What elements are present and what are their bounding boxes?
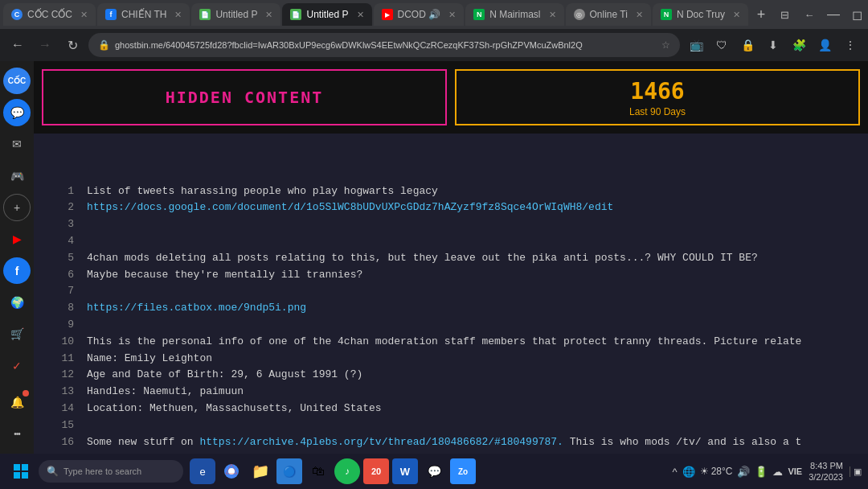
volume-icon[interactable]: 🔊 bbox=[737, 466, 750, 478]
check-sidebar-icon[interactable]: ✓ bbox=[3, 352, 31, 379]
content-line: 15 bbox=[58, 417, 844, 434]
taskbar-chrome-icon[interactable] bbox=[219, 458, 244, 484]
add-sidebar-icon[interactable]: + bbox=[3, 194, 31, 220]
tab-label: N Mairimasl bbox=[489, 9, 540, 20]
browser-frame: C CỐC CỐC ✕ f CHIẾN TH ✕ 📄 Untitled P ✕ … bbox=[0, 0, 868, 489]
line-number: 10 bbox=[58, 334, 74, 351]
youtube-sidebar-icon[interactable]: ▶ bbox=[3, 226, 31, 253]
lock-icon: 🔒 bbox=[98, 39, 110, 51]
window-back-icon[interactable]: ← bbox=[798, 3, 821, 26]
temp-icon: ☀ bbox=[700, 466, 709, 477]
coccoc-favicon: C bbox=[11, 9, 23, 20]
content-line: 13Handles: Naemuti, paimuun bbox=[58, 384, 844, 401]
download-icon[interactable]: ⬇ bbox=[762, 34, 784, 56]
tab-close-icon[interactable]: ✕ bbox=[265, 10, 272, 20]
content-line: 4 bbox=[58, 233, 844, 250]
tab-close-icon[interactable]: ✕ bbox=[80, 10, 88, 20]
tab-close-icon[interactable]: ✕ bbox=[733, 10, 740, 20]
online-favicon: ◎ bbox=[574, 9, 585, 20]
system-tray-icons: ^ 🌐 ☀ 28°C 🔊 🔋 ☁ VIE bbox=[673, 466, 803, 478]
clock-display[interactable]: 8:43 PM 3/2/2023 bbox=[809, 460, 843, 483]
tab-untitled1[interactable]: 📄 Untitled P ✕ bbox=[191, 3, 280, 26]
bell-sidebar-icon[interactable]: 🔔 bbox=[3, 388, 31, 415]
chevron-icon[interactable]: ^ bbox=[673, 466, 678, 478]
svg-rect-0 bbox=[14, 464, 20, 471]
tab-doc-truye[interactable]: N N Doc Truy ✕ bbox=[653, 3, 748, 26]
taskbar-store-icon[interactable]: 🛍 bbox=[305, 458, 331, 484]
back-button[interactable]: ← bbox=[6, 34, 29, 56]
tab-mairimas[interactable]: N N Mairimasl ✕ bbox=[465, 3, 563, 26]
tab-close-icon[interactable]: ✕ bbox=[636, 10, 643, 20]
tab-chien-th[interactable]: f CHIẾN TH ✕ bbox=[97, 3, 190, 26]
tab-close-icon[interactable]: ✕ bbox=[174, 10, 182, 20]
tab-close-icon[interactable]: ✕ bbox=[549, 10, 556, 20]
bookmark-icon[interactable]: ☆ bbox=[661, 39, 670, 51]
taskbar-word-icon[interactable]: W bbox=[392, 458, 418, 484]
content-line: 8https://files.catbox.moe/9ndp5i.png bbox=[58, 300, 844, 317]
content-line: 6Maybe because they're mentally ill tran… bbox=[58, 267, 844, 284]
tab-online-ti[interactable]: ◎ Online Ti ✕ bbox=[566, 3, 651, 26]
facebook-sidebar-icon[interactable]: f bbox=[3, 257, 31, 284]
taskbar-red-num-icon[interactable]: 20 bbox=[363, 458, 389, 484]
line-number: 11 bbox=[58, 351, 74, 368]
tab-label: Online Ti bbox=[590, 9, 628, 20]
url-link[interactable]: https://docs.google.com/document/d/1o5Sl… bbox=[87, 201, 613, 213]
cloud-icon[interactable]: ☁ bbox=[772, 466, 783, 478]
tab-untitled2[interactable]: 📄 Untitled P ✕ bbox=[282, 3, 371, 26]
window-screenshot-icon[interactable]: ⊟ bbox=[774, 3, 796, 26]
taskbar-explorer-icon[interactable]: 📁 bbox=[248, 458, 273, 484]
taskbar-green-icon[interactable]: ♪ bbox=[334, 458, 360, 484]
taskbar-pinned-icons: e 📁 🔵 🛍 ♪ 20 W 💬 Zo bbox=[190, 458, 476, 484]
forward-button[interactable]: → bbox=[34, 34, 56, 56]
game-sidebar-icon[interactable]: 🎮 bbox=[3, 162, 31, 189]
taskbar-blue-icon[interactable]: 🔵 bbox=[276, 458, 302, 484]
line-number: 16 bbox=[58, 434, 74, 451]
coccoc-sidebar-icon[interactable]: CỐC bbox=[3, 68, 31, 94]
window-maximize-icon[interactable]: ◻ bbox=[846, 3, 868, 26]
url-text: ghostbin.me/640045725fd28?fbclid=IwAR30B… bbox=[115, 40, 657, 50]
line-text: This is the personal info of one of the … bbox=[87, 334, 801, 351]
taskbar-right: ^ 🌐 ☀ 28°C 🔊 🔋 ☁ VIE 8:43 PM 3/2/2023 ▣ bbox=[673, 460, 862, 483]
banner-right: 1466 Last 90 Days bbox=[455, 69, 860, 125]
network-icon[interactable]: 🌐 bbox=[682, 466, 695, 478]
line-text: Location: Methuen, Massachusetts, United… bbox=[87, 401, 382, 417]
tab-label: N Doc Truy bbox=[677, 9, 725, 20]
profile-icon[interactable]: 👤 bbox=[813, 34, 836, 56]
earth-sidebar-icon[interactable]: 🌍 bbox=[3, 289, 31, 315]
line-text: Some new stuff on https://archive.4plebs… bbox=[87, 434, 801, 451]
line-text: https://docs.google.com/document/d/1o5Sl… bbox=[87, 199, 613, 216]
menu-icon[interactable]: ⋮ bbox=[839, 34, 862, 56]
address-bar[interactable]: 🔒 ghostbin.me/640045725fd28?fbclid=IwAR3… bbox=[88, 33, 680, 57]
taskbar-zoom-icon[interactable]: Zo bbox=[450, 458, 476, 484]
content-line: 11Name: Emily Leighton bbox=[58, 351, 844, 368]
window-minimize-icon[interactable]: — bbox=[822, 3, 845, 26]
messenger-sidebar-icon[interactable]: 💬 bbox=[3, 99, 31, 125]
new-tab-button[interactable]: + bbox=[750, 3, 772, 26]
tab-dcod[interactable]: ▶ DCOD 🔊 ✕ bbox=[374, 3, 465, 26]
show-desktop-icon[interactable]: ▣ bbox=[850, 466, 862, 477]
taskbar-discord-icon[interactable]: 💬 bbox=[421, 458, 447, 484]
battery-icon[interactable]: 🔋 bbox=[755, 466, 768, 478]
tab-close-icon[interactable]: ✕ bbox=[448, 10, 456, 20]
clock-time: 8:43 PM bbox=[809, 460, 843, 471]
shop-sidebar-icon[interactable]: 🛒 bbox=[3, 321, 31, 347]
start-button[interactable] bbox=[6, 457, 35, 486]
temp-value: 28°C bbox=[711, 466, 733, 477]
mail-sidebar-icon[interactable]: ✉ bbox=[3, 131, 31, 158]
cast-icon[interactable]: 📺 bbox=[685, 34, 707, 56]
temperature-display: ☀ 28°C bbox=[700, 466, 733, 477]
more-sidebar-icon[interactable]: ••• bbox=[3, 421, 31, 447]
taskbar-search-box[interactable]: 🔍 Type here to search bbox=[39, 460, 183, 483]
page-content: HIDDEN CONTENT 1466 Last 90 Days 1List o… bbox=[34, 61, 868, 454]
taskbar-edge-icon[interactable]: e bbox=[190, 458, 215, 484]
shield-icon[interactable]: 🛡 bbox=[710, 34, 733, 56]
line-number: 5 bbox=[58, 250, 74, 267]
tab-close-icon[interactable]: ✕ bbox=[357, 10, 364, 20]
extensions-icon[interactable]: 🧩 bbox=[788, 34, 810, 56]
reload-button[interactable]: ↻ bbox=[61, 34, 84, 56]
url-link[interactable]: https://archive.4plebs.org/tv/thread/180… bbox=[199, 436, 563, 448]
security-icon[interactable]: 🔒 bbox=[736, 34, 759, 56]
url-link[interactable]: https://files.catbox.moe/9ndp5i.png bbox=[87, 302, 306, 314]
tab-coccoc[interactable]: C CỐC CỐC ✕ bbox=[3, 3, 96, 26]
keyboard-icon[interactable]: VIE bbox=[788, 466, 802, 476]
